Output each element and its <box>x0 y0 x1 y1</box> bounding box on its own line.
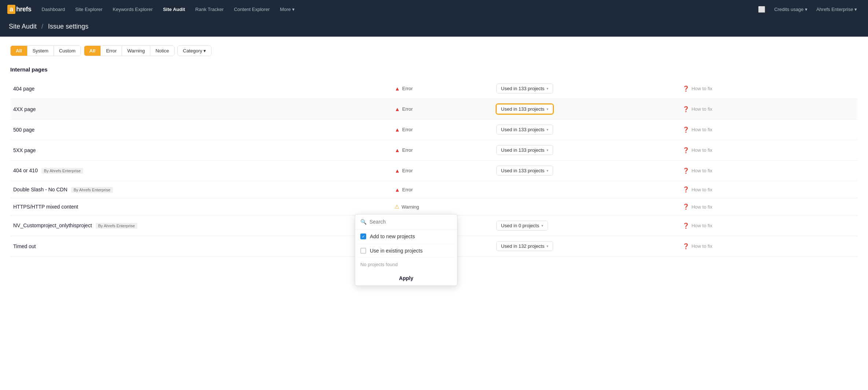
how-to-fix-link[interactable]: ❓ How to fix <box>683 147 855 154</box>
issue-name: Double Slash - No CDN <box>13 187 67 192</box>
nav-content-explorer[interactable]: Content Explorer <box>229 4 274 14</box>
help-icon: ❓ <box>683 186 689 193</box>
nav-site-audit[interactable]: Site Audit <box>159 4 190 14</box>
filter-notice-btn[interactable]: Notice <box>150 46 174 56</box>
category-filter-button[interactable]: Category ▾ <box>177 45 212 56</box>
help-icon: ❓ <box>683 85 689 92</box>
severity-cell: ▲ Error <box>394 147 490 153</box>
logo-a-icon: a <box>7 5 15 14</box>
projects-dropdown[interactable]: Used in 132 projects ▾ <box>496 241 553 251</box>
issue-name: 500 page <box>13 127 34 133</box>
how-to-fix-link[interactable]: ❓ How to fix <box>683 186 855 193</box>
enterprise-button[interactable]: Ahrefs Enterprise ▾ <box>813 4 861 14</box>
caret-icon: ▾ <box>547 87 548 91</box>
caret-icon: ▾ <box>547 107 548 111</box>
breadcrumb-current: Issue settings <box>48 23 88 30</box>
filter-warning-btn[interactable]: Warning <box>122 46 150 56</box>
filter-all-btn[interactable]: All <box>11 46 27 56</box>
how-to-fix-link[interactable]: ❓ How to fix <box>683 106 855 113</box>
projects-dropdown[interactable]: Used in 133 projects ▾ <box>496 125 553 135</box>
brand-logo[interactable]: a hrefs <box>7 5 32 14</box>
how-to-fix-link[interactable]: ❓ How to fix <box>683 222 855 229</box>
issue-name: NV_Customproject_onlythisproject <box>13 222 92 228</box>
filter-error-btn[interactable]: Error <box>101 46 122 56</box>
how-to-fix-link[interactable]: ❓ How to fix <box>683 168 855 174</box>
search-icon: 🔍 <box>360 219 367 225</box>
filter-all2-btn[interactable]: All <box>84 46 101 56</box>
table-row: HTTPS/HTTP mixed content ⚠ Warning ❓ Ho <box>10 198 858 216</box>
filter-custom-btn[interactable]: Custom <box>54 46 81 56</box>
issue-name: Timed out <box>13 243 36 249</box>
help-icon: ❓ <box>683 243 689 250</box>
severity-label: Error <box>402 106 413 112</box>
table-row: 404 or 410 By Ahrefs Enterprise ▲ Error … <box>10 161 858 181</box>
credits-usage-button[interactable]: Credits usage ▾ <box>770 4 811 14</box>
severity-cell: ▲ Error <box>394 187 490 193</box>
section-title: Internal pages <box>10 66 858 73</box>
issue-name: 4XX page <box>13 106 36 112</box>
severity-label: Error <box>402 168 413 173</box>
help-icon: ❓ <box>683 168 689 174</box>
issue-name: 404 page <box>13 86 34 92</box>
table-row: 5XX page ▲ Error Used in 133 projects ▾ <box>10 140 858 161</box>
dropdown-option-add-to-new[interactable]: ✓ Add to new projects <box>355 229 457 244</box>
error-icon: ▲ <box>394 85 400 92</box>
how-to-fix-link[interactable]: ❓ How to fix <box>683 85 855 92</box>
filter-system-btn[interactable]: System <box>27 46 54 56</box>
dropdown-search-input[interactable] <box>369 219 452 225</box>
help-icon: ❓ <box>683 126 689 133</box>
table-row: 500 page ▲ Error Used in 133 projects ▾ <box>10 119 858 140</box>
severity-label: Error <box>402 187 413 192</box>
help-icon: ❓ <box>683 147 689 154</box>
issue-name: HTTPS/HTTP mixed content <box>13 204 78 210</box>
severity-cell: ⚠ Warning <box>394 203 490 210</box>
severity-label: Error <box>402 147 413 153</box>
breadcrumb-parent[interactable]: Site Audit <box>9 23 37 30</box>
option-existing-label: Use in existing projects <box>370 248 423 254</box>
table-row: 4XX page ▲ Error Used in 133 projects ▾ <box>10 99 858 119</box>
nav-keywords-explorer[interactable]: Keywords Explorer <box>108 4 157 14</box>
caret-icon: ▾ <box>547 128 548 132</box>
warning-icon: ⚠ <box>394 203 399 210</box>
nav-dashboard[interactable]: Dashboard <box>37 4 70 14</box>
dropdown-option-existing[interactable]: Use in existing projects <box>355 244 457 258</box>
table-row: 404 page ▲ Error Used in 133 projects ▾ <box>10 78 858 99</box>
projects-dropdown-active[interactable]: Used in 133 projects ▾ <box>496 104 553 114</box>
severity-filter-group: All Error Warning Notice <box>84 45 174 56</box>
nav-rank-tracker[interactable]: Rank Tracker <box>191 4 228 14</box>
projects-dropdown[interactable]: Used in 0 projects ▾ <box>496 221 548 231</box>
breadcrumb-separator: / <box>41 23 43 30</box>
apply-button[interactable]: Apply <box>399 275 413 281</box>
severity-label: Warning <box>401 204 419 210</box>
error-icon: ▲ <box>394 106 400 112</box>
caret-icon: ▾ <box>541 224 543 228</box>
severity-label: Error <box>402 86 413 91</box>
nav-site-explorer[interactable]: Site Explorer <box>71 4 107 14</box>
issue-name: 404 or 410 <box>13 168 38 173</box>
projects-dropdown[interactable]: Used in 133 projects ▾ <box>496 166 553 176</box>
option-add-to-new-label: Add to new projects <box>370 233 415 239</box>
main-content: All System Custom All Error Warning Noti… <box>0 37 868 390</box>
error-icon: ▲ <box>394 147 400 153</box>
error-icon: ▲ <box>394 168 400 174</box>
how-to-fix-link[interactable]: ❓ How to fix <box>683 203 855 210</box>
projects-dropdown[interactable]: Used in 133 projects ▾ <box>496 84 553 93</box>
enterprise-badge: By Ahrefs Enterprise <box>96 223 137 229</box>
projects-dropdown-popup: 🔍 ✓ Add to new projects Use in existing … <box>355 214 457 286</box>
navbar: a hrefs Dashboard Site Explorer Keywords… <box>0 0 868 18</box>
enterprise-badge: By Ahrefs Enterprise <box>71 187 113 193</box>
nav-right: ⬜ Credits usage ▾ Ahrefs Enterprise ▾ <box>754 4 861 15</box>
how-to-fix-link[interactable]: ❓ How to fix <box>683 126 855 133</box>
projects-dropdown[interactable]: Used in 133 projects ▾ <box>496 145 553 155</box>
type-filter-group: All System Custom <box>10 45 81 56</box>
issue-name: 5XX page <box>13 147 36 153</box>
nav-more[interactable]: More ▾ <box>276 4 299 14</box>
severity-cell: ▲ Error <box>394 168 490 174</box>
severity-cell: ▲ Error <box>394 126 490 133</box>
dropdown-search-bar: 🔍 <box>355 214 457 229</box>
monitor-icon[interactable]: ⬜ <box>754 4 769 15</box>
enterprise-badge: By Ahrefs Enterprise <box>41 168 83 174</box>
how-to-fix-link[interactable]: ❓ How to fix <box>683 243 855 250</box>
filter-bar: All System Custom All Error Warning Noti… <box>10 45 858 56</box>
table-row: Double Slash - No CDN By Ahrefs Enterpri… <box>10 181 858 198</box>
